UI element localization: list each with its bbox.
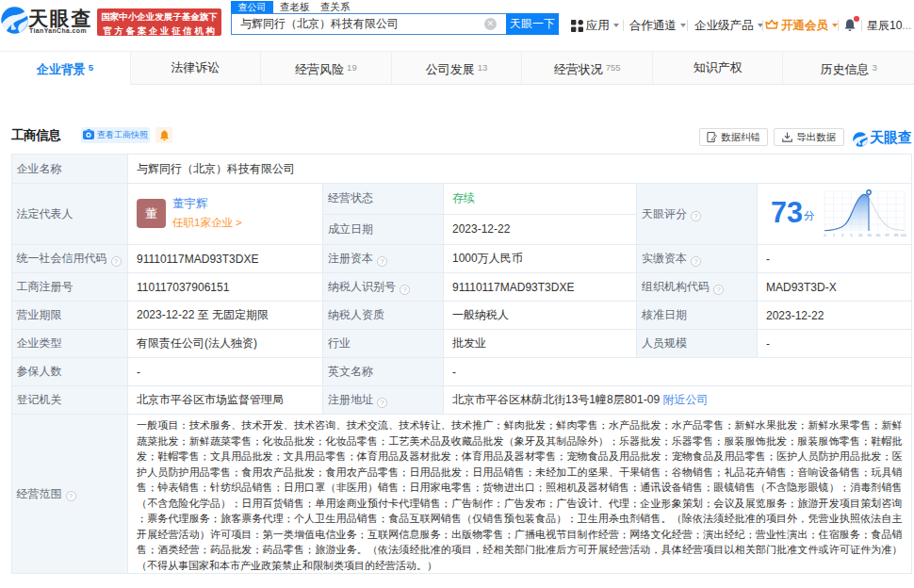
svg-text:65: 65 — [876, 233, 881, 237]
svg-text:3: 3 — [841, 233, 844, 237]
svg-text:5: 5 — [850, 233, 853, 237]
svg-text:15: 15 — [858, 233, 863, 237]
svg-text:100: 100 — [901, 233, 907, 237]
svg-text:97: 97 — [885, 233, 890, 237]
svg-text:35: 35 — [867, 233, 872, 237]
svg-text:0: 0 — [824, 233, 826, 237]
svg-text:1: 1 — [833, 233, 836, 237]
svg-text:99: 99 — [894, 233, 899, 237]
